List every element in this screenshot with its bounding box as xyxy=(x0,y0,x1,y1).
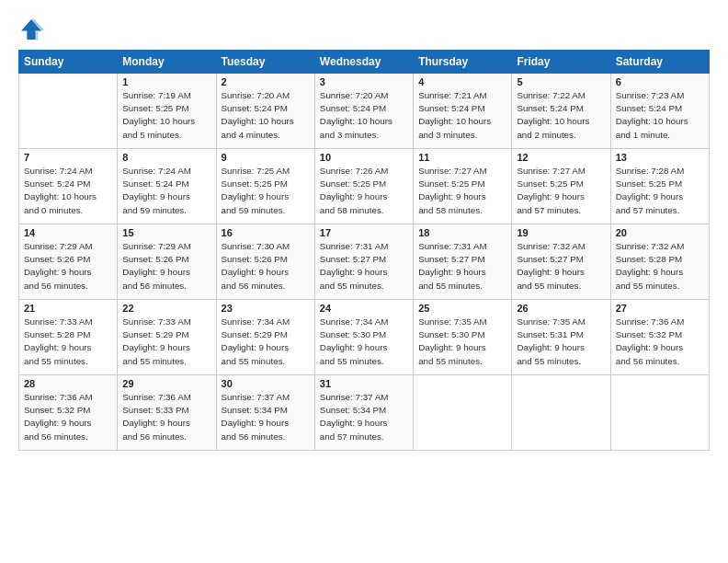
day-info: Sunrise: 7:20 AM Sunset: 5:24 PM Dayligh… xyxy=(320,89,408,142)
day-number: 7 xyxy=(24,152,112,163)
cell-w2-d4: 10Sunrise: 7:26 AM Sunset: 5:25 PM Dayli… xyxy=(314,149,413,224)
day-info: Sunrise: 7:26 AM Sunset: 5:25 PM Dayligh… xyxy=(320,165,408,217)
cell-w5-d7 xyxy=(610,375,709,451)
cell-w1-d6: 5Sunrise: 7:22 AM Sunset: 5:24 PM Daylig… xyxy=(512,74,610,149)
day-info: Sunrise: 7:32 AM Sunset: 5:27 PM Dayligh… xyxy=(517,240,605,293)
day-info: Sunrise: 7:21 AM Sunset: 5:24 PM Dayligh… xyxy=(418,89,506,142)
col-header-friday: Friday xyxy=(512,51,610,74)
day-info: Sunrise: 7:30 AM Sunset: 5:26 PM Dayligh… xyxy=(222,240,310,293)
week-row-5: 28Sunrise: 7:36 AM Sunset: 5:32 PM Dayli… xyxy=(19,375,710,451)
day-number: 4 xyxy=(418,76,506,87)
day-number: 26 xyxy=(517,303,605,314)
cell-w3-d2: 15Sunrise: 7:29 AM Sunset: 5:26 PM Dayli… xyxy=(118,224,216,300)
calendar-table: SundayMondayTuesdayWednesdayThursdayFrid… xyxy=(18,50,710,451)
cell-w5-d6 xyxy=(512,375,610,451)
day-number: 10 xyxy=(320,152,408,163)
week-row-3: 14Sunrise: 7:29 AM Sunset: 5:26 PM Dayli… xyxy=(19,224,710,300)
col-header-monday: Monday xyxy=(118,51,216,74)
col-header-thursday: Thursday xyxy=(414,51,512,74)
cell-w2-d5: 11Sunrise: 7:27 AM Sunset: 5:25 PM Dayli… xyxy=(414,149,512,224)
day-info: Sunrise: 7:36 AM Sunset: 5:33 PM Dayligh… xyxy=(122,391,210,443)
svg-marker-0 xyxy=(21,19,41,40)
cell-w5-d3: 30Sunrise: 7:37 AM Sunset: 5:34 PM Dayli… xyxy=(216,375,314,451)
day-number: 15 xyxy=(122,227,210,238)
day-number: 21 xyxy=(24,303,112,314)
day-info: Sunrise: 7:20 AM Sunset: 5:24 PM Dayligh… xyxy=(222,89,310,142)
day-number: 24 xyxy=(320,303,408,314)
day-info: Sunrise: 7:37 AM Sunset: 5:34 PM Dayligh… xyxy=(222,391,310,443)
day-info: Sunrise: 7:35 AM Sunset: 5:31 PM Dayligh… xyxy=(517,316,605,368)
day-info: Sunrise: 7:24 AM Sunset: 5:24 PM Dayligh… xyxy=(24,165,112,217)
day-info: Sunrise: 7:27 AM Sunset: 5:25 PM Dayligh… xyxy=(517,165,605,217)
col-header-tuesday: Tuesday xyxy=(216,51,314,74)
cell-w1-d1 xyxy=(19,74,118,149)
day-info: Sunrise: 7:29 AM Sunset: 5:26 PM Dayligh… xyxy=(122,240,210,293)
day-number: 28 xyxy=(24,378,112,389)
day-number: 18 xyxy=(418,227,506,238)
cell-w4-d4: 24Sunrise: 7:34 AM Sunset: 5:30 PM Dayli… xyxy=(314,300,413,375)
page: SundayMondayTuesdayWednesdayThursdayFrid… xyxy=(0,0,728,563)
col-header-saturday: Saturday xyxy=(610,51,709,74)
day-info: Sunrise: 7:22 AM Sunset: 5:24 PM Dayligh… xyxy=(517,89,605,142)
week-row-1: 1Sunrise: 7:19 AM Sunset: 5:25 PM Daylig… xyxy=(19,74,710,149)
day-number: 9 xyxy=(222,152,310,163)
day-number: 5 xyxy=(517,76,605,87)
day-info: Sunrise: 7:33 AM Sunset: 5:28 PM Dayligh… xyxy=(24,316,112,368)
day-info: Sunrise: 7:37 AM Sunset: 5:34 PM Dayligh… xyxy=(320,391,408,443)
cell-w5-d4: 31Sunrise: 7:37 AM Sunset: 5:34 PM Dayli… xyxy=(314,375,413,451)
day-info: Sunrise: 7:31 AM Sunset: 5:27 PM Dayligh… xyxy=(418,240,506,293)
logo-icon xyxy=(18,17,44,42)
header xyxy=(18,17,710,42)
cell-w2-d1: 7Sunrise: 7:24 AM Sunset: 5:24 PM Daylig… xyxy=(19,149,118,224)
cell-w1-d3: 2Sunrise: 7:20 AM Sunset: 5:24 PM Daylig… xyxy=(216,74,314,149)
cell-w3-d6: 19Sunrise: 7:32 AM Sunset: 5:27 PM Dayli… xyxy=(512,224,610,300)
logo xyxy=(18,17,48,42)
cell-w4-d3: 23Sunrise: 7:34 AM Sunset: 5:29 PM Dayli… xyxy=(216,300,314,375)
day-number: 30 xyxy=(222,378,310,389)
cell-w1-d2: 1Sunrise: 7:19 AM Sunset: 5:25 PM Daylig… xyxy=(118,74,216,149)
day-number: 2 xyxy=(222,76,310,87)
day-number: 29 xyxy=(122,378,210,389)
day-number: 23 xyxy=(222,303,310,314)
cell-w4-d2: 22Sunrise: 7:33 AM Sunset: 5:29 PM Dayli… xyxy=(118,300,216,375)
day-number: 11 xyxy=(418,152,506,163)
day-info: Sunrise: 7:36 AM Sunset: 5:32 PM Dayligh… xyxy=(616,316,704,368)
day-info: Sunrise: 7:23 AM Sunset: 5:24 PM Dayligh… xyxy=(616,89,704,142)
day-number: 25 xyxy=(418,303,506,314)
cell-w4-d1: 21Sunrise: 7:33 AM Sunset: 5:28 PM Dayli… xyxy=(19,300,118,375)
day-number: 3 xyxy=(320,76,408,87)
col-header-wednesday: Wednesday xyxy=(314,51,413,74)
day-info: Sunrise: 7:36 AM Sunset: 5:32 PM Dayligh… xyxy=(24,391,112,443)
day-number: 14 xyxy=(24,227,112,238)
day-number: 13 xyxy=(616,152,704,163)
week-row-4: 21Sunrise: 7:33 AM Sunset: 5:28 PM Dayli… xyxy=(19,300,710,375)
day-number: 31 xyxy=(320,378,408,389)
cell-w1-d4: 3Sunrise: 7:20 AM Sunset: 5:24 PM Daylig… xyxy=(314,74,413,149)
day-number: 8 xyxy=(122,152,210,163)
cell-w4-d7: 27Sunrise: 7:36 AM Sunset: 5:32 PM Dayli… xyxy=(610,300,709,375)
day-number: 12 xyxy=(517,152,605,163)
cell-w5-d1: 28Sunrise: 7:36 AM Sunset: 5:32 PM Dayli… xyxy=(19,375,118,451)
day-number: 6 xyxy=(616,76,704,87)
day-info: Sunrise: 7:33 AM Sunset: 5:29 PM Dayligh… xyxy=(122,316,210,368)
week-row-2: 7Sunrise: 7:24 AM Sunset: 5:24 PM Daylig… xyxy=(19,149,710,224)
day-number: 19 xyxy=(517,227,605,238)
day-info: Sunrise: 7:19 AM Sunset: 5:25 PM Dayligh… xyxy=(122,89,210,142)
cell-w5-d5 xyxy=(414,375,512,451)
cell-w2-d6: 12Sunrise: 7:27 AM Sunset: 5:25 PM Dayli… xyxy=(512,149,610,224)
cell-w1-d5: 4Sunrise: 7:21 AM Sunset: 5:24 PM Daylig… xyxy=(414,74,512,149)
cell-w3-d4: 17Sunrise: 7:31 AM Sunset: 5:27 PM Dayli… xyxy=(314,224,413,300)
cell-w3-d3: 16Sunrise: 7:30 AM Sunset: 5:26 PM Dayli… xyxy=(216,224,314,300)
day-number: 1 xyxy=(122,76,210,87)
cell-w5-d2: 29Sunrise: 7:36 AM Sunset: 5:33 PM Dayli… xyxy=(118,375,216,451)
day-number: 20 xyxy=(616,227,704,238)
cell-w4-d5: 25Sunrise: 7:35 AM Sunset: 5:30 PM Dayli… xyxy=(414,300,512,375)
day-info: Sunrise: 7:32 AM Sunset: 5:28 PM Dayligh… xyxy=(616,240,704,293)
day-number: 22 xyxy=(122,303,210,314)
cell-w4-d6: 26Sunrise: 7:35 AM Sunset: 5:31 PM Dayli… xyxy=(512,300,610,375)
day-info: Sunrise: 7:31 AM Sunset: 5:27 PM Dayligh… xyxy=(320,240,408,293)
day-info: Sunrise: 7:35 AM Sunset: 5:30 PM Dayligh… xyxy=(418,316,506,368)
day-info: Sunrise: 7:28 AM Sunset: 5:25 PM Dayligh… xyxy=(616,165,704,217)
day-info: Sunrise: 7:34 AM Sunset: 5:29 PM Dayligh… xyxy=(222,316,310,368)
day-info: Sunrise: 7:29 AM Sunset: 5:26 PM Dayligh… xyxy=(24,240,112,293)
